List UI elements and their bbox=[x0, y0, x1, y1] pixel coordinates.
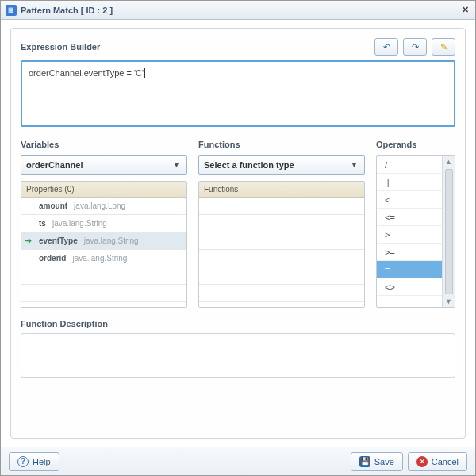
operand-item[interactable]: < bbox=[377, 191, 442, 209]
operands-listbox: / || < <= > >= = <> ▲ ▼ bbox=[376, 155, 455, 308]
operand-item[interactable]: / bbox=[377, 156, 442, 174]
functions-panel: Functions bbox=[198, 181, 365, 308]
help-label: Help bbox=[33, 457, 51, 466]
function-description-label: Function Description bbox=[21, 319, 455, 328]
functions-panel-head: Functions bbox=[199, 182, 364, 198]
operand-item[interactable]: >= bbox=[377, 244, 442, 261]
window-title: Pattern Match [ ID : 2 ] bbox=[21, 6, 459, 15]
dialog-window: ▦ Pattern Match [ ID : 2 ] ✕ Expression … bbox=[0, 0, 476, 476]
functions-column: Functions Select a function type Functio… bbox=[198, 140, 365, 308]
properties-panel: Properties (0) amount java.lang.Long ts … bbox=[21, 181, 187, 308]
save-button[interactable]: 💾 Save bbox=[351, 452, 403, 471]
expression-text: orderChannel.eventType = 'C' bbox=[29, 68, 144, 78]
undo-button[interactable]: ↶ bbox=[374, 38, 398, 56]
functions-list bbox=[199, 198, 364, 307]
operand-item[interactable]: > bbox=[377, 226, 442, 244]
cancel-button[interactable]: ✕ Cancel bbox=[408, 452, 467, 471]
properties-list: amount java.lang.Long ts java.lang.Strin… bbox=[21, 198, 186, 307]
operand-item[interactable]: <= bbox=[377, 209, 442, 226]
function-row-empty bbox=[199, 250, 364, 267]
titlebar: ▦ Pattern Match [ ID : 2 ] ✕ bbox=[1, 1, 475, 20]
cancel-icon: ✕ bbox=[416, 456, 428, 467]
columns: Variables orderChannel Properties (0) am… bbox=[21, 140, 455, 308]
expression-header: Expression Builder ↶ ↷ ✎ bbox=[21, 38, 455, 56]
scroll-thumb[interactable] bbox=[445, 169, 453, 294]
operand-item[interactable]: || bbox=[377, 174, 442, 191]
operands-column: Operands / || < <= > >= = <> bbox=[376, 140, 455, 308]
function-row-empty bbox=[199, 215, 364, 232]
property-row[interactable]: amount java.lang.Long bbox=[21, 198, 186, 215]
close-icon[interactable]: ✕ bbox=[459, 5, 470, 16]
content-area: Expression Builder ↶ ↷ ✎ orderChannel.ev… bbox=[1, 20, 475, 447]
content-inner: Expression Builder ↶ ↷ ✎ orderChannel.ev… bbox=[10, 28, 466, 439]
redo-icon: ↷ bbox=[412, 42, 419, 52]
help-icon: ? bbox=[17, 456, 29, 467]
operand-item[interactable]: = bbox=[377, 261, 442, 278]
app-icon: ▦ bbox=[6, 5, 17, 16]
pencil-icon: ✎ bbox=[440, 42, 447, 52]
expression-label: Expression Builder bbox=[21, 42, 100, 52]
operands-label: Operands bbox=[376, 140, 455, 149]
operand-item[interactable]: <> bbox=[377, 278, 442, 296]
function-description-box bbox=[21, 333, 455, 378]
help-button[interactable]: ? Help bbox=[9, 452, 60, 471]
save-label: Save bbox=[374, 457, 394, 466]
functions-selected: Select a function type bbox=[204, 160, 294, 170]
variables-dropdown[interactable]: orderChannel bbox=[21, 155, 187, 175]
save-icon: 💾 bbox=[359, 456, 370, 467]
function-row-empty bbox=[199, 198, 364, 215]
function-row-empty bbox=[199, 285, 364, 302]
function-row-empty bbox=[199, 267, 364, 285]
function-row-empty bbox=[199, 232, 364, 250]
operands-scrollbar[interactable]: ▲ ▼ bbox=[442, 156, 455, 307]
property-row[interactable]: orderid java.lang.String bbox=[21, 250, 186, 267]
functions-label: Functions bbox=[198, 140, 365, 149]
property-row-empty bbox=[21, 267, 186, 285]
cancel-label: Cancel bbox=[432, 457, 459, 466]
property-row[interactable]: ➔ eventType java.lang.String bbox=[21, 232, 186, 250]
properties-panel-head: Properties (0) bbox=[21, 182, 186, 198]
variables-column: Variables orderChannel Properties (0) am… bbox=[21, 140, 187, 308]
functions-dropdown[interactable]: Select a function type bbox=[198, 155, 365, 175]
scroll-up-icon[interactable]: ▲ bbox=[445, 158, 452, 166]
edit-button[interactable]: ✎ bbox=[432, 38, 455, 56]
footer: ? Help 💾 Save ✕ Cancel bbox=[1, 447, 475, 475]
property-row[interactable]: ts java.lang.String bbox=[21, 215, 186, 232]
property-row-empty bbox=[21, 285, 186, 302]
variables-label: Variables bbox=[21, 140, 187, 149]
scroll-down-icon[interactable]: ▼ bbox=[445, 298, 452, 305]
undo-icon: ↶ bbox=[383, 42, 390, 52]
variables-selected: orderChannel bbox=[26, 160, 83, 170]
operands-list: / || < <= > >= = <> bbox=[377, 156, 442, 307]
arrow-right-icon: ➔ bbox=[25, 236, 32, 246]
expression-input[interactable]: orderChannel.eventType = 'C' bbox=[21, 60, 455, 127]
redo-button[interactable]: ↷ bbox=[403, 38, 427, 56]
